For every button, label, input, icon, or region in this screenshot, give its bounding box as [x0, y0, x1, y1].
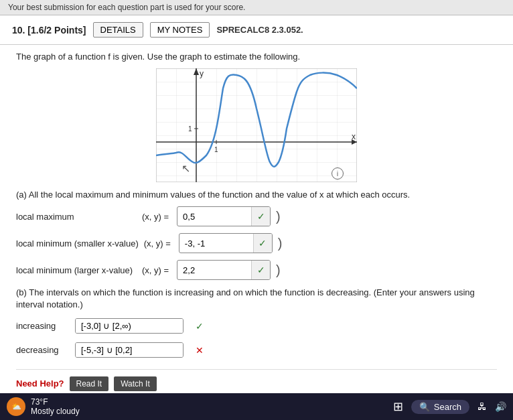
local-minimum-larger-label: local minimum (larger x-value) — [16, 265, 137, 275]
local-minimum-larger-input[interactable] — [177, 263, 251, 277]
svg-text:1: 1 — [214, 146, 218, 153]
decreasing-row: decreasing ✕ — [16, 341, 497, 360]
local-minimum-smaller-input-wrap: ✓ — [179, 233, 273, 253]
decreasing-x-mark: ✕ — [192, 341, 208, 360]
local-minimum-larger-check: ✓ — [251, 261, 270, 279]
function-graph: x y 1 1 — [156, 68, 357, 182]
watch-it-button[interactable]: Watch It — [114, 376, 157, 391]
question-header: 10. [1.6/2 Points] DETAILS MY NOTES SPRE… — [0, 15, 513, 45]
decreasing-input[interactable] — [76, 343, 183, 357]
network-icon[interactable]: 🖧 — [478, 401, 487, 412]
svg-text:y: y — [200, 69, 204, 78]
local-minimum-smaller-check: ✓ — [253, 234, 272, 253]
local-maximum-input-wrap: ✓ — [177, 206, 271, 226]
increasing-check: ✓ — [192, 317, 208, 336]
part-a-label: (a) All the local maximum and minimum va… — [16, 189, 497, 201]
info-icon[interactable]: i — [332, 167, 344, 180]
local-minimum-smaller-label: local minimum (smaller x-value) — [16, 238, 139, 249]
svg-text:1: 1 — [188, 125, 192, 133]
increasing-input-wrap — [75, 318, 184, 334]
mynotes-button[interactable]: MY NOTES — [150, 22, 210, 38]
local-maximum-input[interactable] — [177, 210, 251, 224]
question-body: The graph of a function f is given. Use … — [0, 45, 513, 398]
windows-grid-icon[interactable]: ⊞ — [393, 399, 403, 414]
local-minimum-smaller-input[interactable] — [179, 236, 253, 251]
need-help-section: Need Help? Read It Watch It — [16, 369, 497, 391]
top-bar: Your best submission for each question p… — [0, 0, 513, 15]
increasing-label: increasing — [16, 321, 70, 331]
taskbar: ⛅ 73°F Mostly cloudy ⊞ 🔍 Search 🖧 🔊 — [0, 393, 513, 420]
search-label: Search — [434, 402, 461, 412]
local-maximum-row: local maximum (x, y) = ✓ ) — [16, 206, 497, 226]
decreasing-label: decreasing — [16, 345, 70, 355]
search-bar[interactable]: 🔍 Search — [411, 400, 469, 414]
local-minimum-smaller-row: local minimum (smaller x-value) (x, y) =… — [16, 233, 497, 253]
local-minimum-larger-row: local minimum (larger x-value) (x, y) = … — [16, 260, 497, 280]
search-icon: 🔍 — [419, 402, 430, 412]
local-minimum-larger-input-wrap: ✓ — [177, 260, 271, 280]
local-minimum-larger-paren-close: ) — [276, 263, 281, 278]
local-maximum-label: local maximum — [16, 212, 137, 222]
main-content: 10. [1.6/2 Points] DETAILS MY NOTES SPRE… — [0, 15, 513, 398]
svg-text:x: x — [352, 132, 356, 141]
weather-temp: 73°F — [31, 397, 80, 407]
details-button[interactable]: DETAILS — [93, 22, 143, 38]
taskbar-right: ⊞ 🔍 Search 🖧 🔊 — [393, 399, 506, 414]
local-maximum-paren-close: ) — [276, 209, 281, 224]
part-b-label: (b) The intervals on which the function … — [16, 287, 497, 311]
taskbar-left: ⛅ 73°F Mostly cloudy — [7, 397, 80, 417]
read-it-button[interactable]: Read It — [70, 376, 109, 391]
weather-info: 73°F Mostly cloudy — [31, 397, 80, 417]
increasing-row: increasing ✓ — [16, 317, 497, 336]
question-description: The graph of a function f is given. Use … — [16, 52, 497, 62]
weather-condition: Mostly cloudy — [31, 407, 80, 416]
top-bar-text: Your best submission for each question p… — [8, 3, 245, 12]
increasing-input[interactable] — [76, 319, 183, 333]
problem-code: SPRECALC8 2.3.052. — [216, 25, 303, 35]
decreasing-input-wrap — [75, 342, 184, 358]
local-minimum-smaller-paren-close: ) — [278, 236, 283, 251]
speaker-icon[interactable]: 🔊 — [495, 401, 506, 412]
svg-text:↖: ↖ — [181, 163, 190, 174]
graph-area: x y 1 1 — [16, 68, 497, 182]
weather-icon: ⛅ — [7, 397, 25, 416]
local-minimum-larger-eq: (x, y) = — [142, 265, 169, 275]
local-minimum-smaller-eq: (x, y) = — [144, 238, 171, 249]
local-maximum-check: ✓ — [251, 207, 270, 226]
local-maximum-eq: (x, y) = — [142, 212, 169, 222]
question-number: 10. [1.6/2 Points] — [12, 25, 86, 36]
need-help-label: Need Help? — [16, 378, 64, 389]
graph-container: x y 1 1 — [156, 68, 357, 182]
